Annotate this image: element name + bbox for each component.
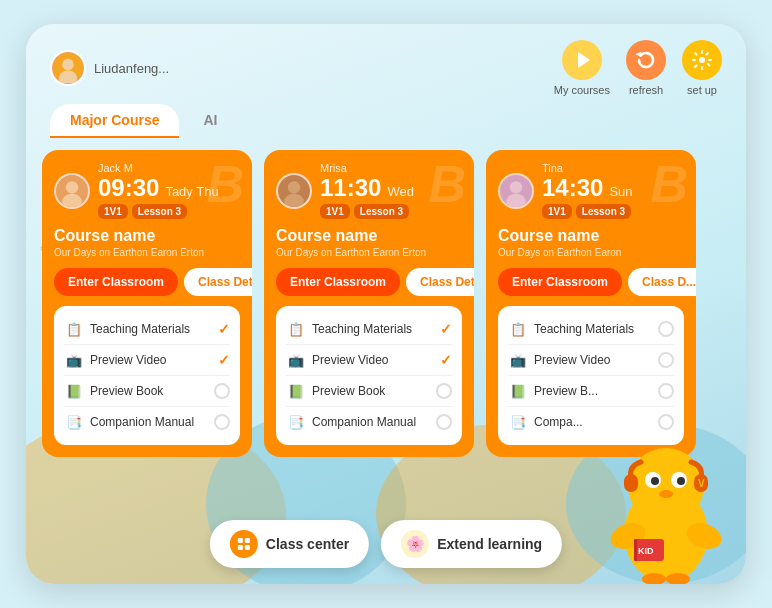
badge-lesson-1: Lesson 3 [132, 204, 187, 219]
companion-label-3: Compa... [534, 415, 583, 429]
extend-learning-btn[interactable]: 🌸 Extend learning [381, 520, 562, 568]
setup-btn[interactable]: set up [682, 40, 722, 96]
list-item: 📑 Companion Manual [64, 406, 230, 437]
teaching-materials-icon-1: 📋 [64, 319, 84, 339]
teaching-materials-label-1: Teaching Materials [90, 322, 190, 336]
setup-icon [682, 40, 722, 80]
circle-3-0 [658, 321, 674, 337]
teaching-materials-label-3: Teaching Materials [534, 322, 634, 336]
preview-book-icon-3: 📗 [508, 381, 528, 401]
bottom-bar: Class center 🌸 Extend learning [210, 520, 562, 568]
circle-3-1 [658, 352, 674, 368]
card-day-2: Wed [387, 184, 414, 199]
card-time-row-2: 11:30 Wed [320, 176, 462, 200]
svg-rect-31 [634, 539, 637, 561]
svg-point-6 [66, 181, 78, 193]
teaching-materials-icon-3: 📋 [508, 319, 528, 339]
class-center-icon [230, 530, 258, 558]
class-details-btn-2[interactable]: Class Details [406, 268, 474, 296]
badge-lesson-2: Lesson 3 [354, 204, 409, 219]
svg-point-19 [628, 448, 704, 524]
card-lower-1: 📋 Teaching Materials ✓ 📺 Preview Video ✓… [54, 306, 240, 445]
list-item: 📗 Preview Book [64, 375, 230, 406]
svg-rect-14 [238, 538, 243, 543]
class-details-btn-3[interactable]: Class D... [628, 268, 696, 296]
circle-3-2 [658, 383, 674, 399]
list-item: 📗 Preview Book [286, 375, 452, 406]
circle-1-3 [214, 414, 230, 430]
card-header-1: Jack M 09:30 Tady Thu 1V1 Lesson 3 [54, 162, 240, 219]
mascot-character: V KID [606, 424, 726, 584]
avatar [50, 50, 86, 86]
card-time-row-3: 14:30 Sun [542, 176, 684, 200]
card-course-name-1: Course name [54, 227, 240, 245]
svg-point-22 [651, 477, 659, 485]
card-day-3: Sun [609, 184, 632, 199]
card-info-2: Mrisa 11:30 Wed 1V1 Lesson 3 [320, 162, 462, 219]
preview-video-label-3: Preview Video [534, 353, 611, 367]
badge-1v1-2: 1V1 [320, 204, 350, 219]
svg-rect-17 [245, 545, 250, 550]
list-item: 📗 Preview B... [508, 375, 674, 406]
class-center-btn[interactable]: Class center [210, 520, 369, 568]
svg-point-1 [62, 59, 74, 71]
card-actions-1: Enter Classroom Class Details [54, 268, 240, 296]
tabs: Major Course AI [26, 104, 746, 138]
card-actions-3: Enter Classroom Class D... [498, 268, 684, 296]
svg-rect-15 [245, 538, 250, 543]
card-course-name-3: Course name [498, 227, 684, 245]
preview-video-label-2: Preview Video [312, 353, 389, 367]
list-item: 📺 Preview Video ✓ [286, 344, 452, 375]
card-info-3: Tina 14:30 Sun 1V1 Lesson 3 [542, 162, 684, 219]
preview-video-icon-2: 📺 [286, 350, 306, 370]
card-time-1: 09:30 [98, 176, 159, 200]
companion-icon-1: 📑 [64, 412, 84, 432]
user-profile[interactable]: Liudanfeng... [50, 50, 169, 86]
enter-classroom-btn-1[interactable]: Enter Classroom [54, 268, 178, 296]
tab-ai[interactable]: AI [183, 104, 237, 138]
svg-text:V: V [698, 478, 705, 489]
extend-learning-icon: 🌸 [401, 530, 429, 558]
enter-classroom-btn-3[interactable]: Enter Classroom [498, 268, 622, 296]
card-actions-2: Enter Classroom Class Details [276, 268, 462, 296]
svg-rect-16 [238, 545, 243, 550]
course-card-2: B Mrisa 11:30 Wed 1V1 Lesson 3 [264, 150, 474, 457]
circle-2-2 [436, 383, 452, 399]
class-center-label: Class center [266, 536, 349, 552]
preview-book-label-1: Preview Book [90, 384, 163, 398]
card-subtitle-2: Our Days on Earthon Earon Erton [276, 247, 462, 258]
check-1-0: ✓ [218, 321, 230, 337]
teaching-materials-label-2: Teaching Materials [312, 322, 412, 336]
card-header-3: Tina 14:30 Sun 1V1 Lesson 3 [498, 162, 684, 219]
badge-1v1-1: 1V1 [98, 204, 128, 219]
header-actions: My courses refresh set u [554, 40, 722, 96]
list-item: 📺 Preview Video ✓ [64, 344, 230, 375]
refresh-btn[interactable]: refresh [626, 40, 666, 96]
companion-label-2: Companion Manual [312, 415, 416, 429]
preview-book-icon-1: 📗 [64, 381, 84, 401]
card-avatar-2 [276, 173, 312, 209]
preview-video-label-1: Preview Video [90, 353, 167, 367]
my-courses-btn[interactable]: My courses [554, 40, 610, 96]
preview-book-label-3: Preview B... [534, 384, 598, 398]
teaching-materials-icon-2: 📋 [286, 319, 306, 339]
cards-area: B Jack M 09:30 Tady Thu 1V1 Lesson 3 [26, 150, 746, 457]
preview-book-icon-2: 📗 [286, 381, 306, 401]
list-item: 📋 Teaching Materials ✓ [286, 314, 452, 344]
card-subtitle-1: Our Days on Earthon Earon Erton [54, 247, 240, 258]
card-time-2: 11:30 [320, 176, 381, 200]
svg-point-12 [510, 181, 522, 193]
card-badges-1: 1V1 Lesson 3 [98, 204, 240, 219]
svg-rect-25 [624, 474, 638, 492]
svg-point-9 [288, 181, 300, 193]
enter-classroom-btn-2[interactable]: Enter Classroom [276, 268, 400, 296]
card-time-row-1: 09:30 Tady Thu [98, 176, 240, 200]
companion-icon-2: 📑 [286, 412, 306, 432]
course-card-3: B Tina 14:30 Sun 1V1 Lesson 3 C [486, 150, 696, 457]
card-time-3: 14:30 [542, 176, 603, 200]
card-subtitle-3: Our Days on Earthon Earon [498, 247, 684, 258]
class-details-btn-1[interactable]: Class Details [184, 268, 252, 296]
card-avatar-3 [498, 173, 534, 209]
tab-major-course[interactable]: Major Course [50, 104, 179, 138]
refresh-label: refresh [629, 84, 663, 96]
